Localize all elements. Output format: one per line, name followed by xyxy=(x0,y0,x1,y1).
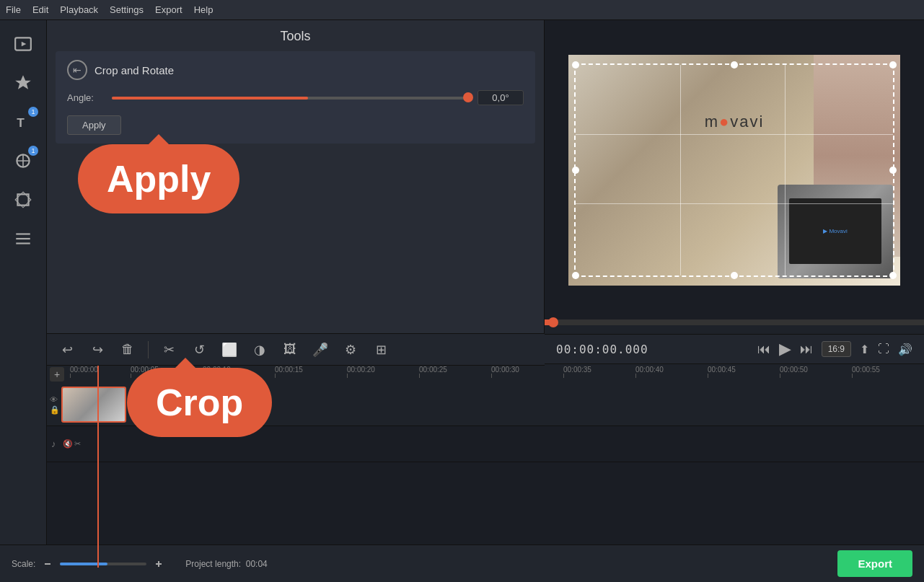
prev-frame-button[interactable]: ⏮ xyxy=(757,342,770,357)
export-button[interactable]: Export xyxy=(837,550,912,577)
audio-track-mute[interactable]: 🔇 xyxy=(63,439,73,449)
angle-label: Angle: xyxy=(67,92,103,103)
menu-file[interactable]: File xyxy=(6,4,21,15)
toolbar: ↩ ↪ 🗑 ✂ ↺ ⬜ ◑ 🖼 🎤 ⚙ ⊞ xyxy=(47,333,545,366)
crop-handle-tl[interactable] xyxy=(572,61,579,69)
tooltip-crop: Crop xyxy=(127,368,272,437)
tools-title: Tools xyxy=(47,20,544,51)
preview-progress-dot xyxy=(548,317,558,327)
angle-row: Angle: xyxy=(67,90,524,105)
back-button[interactable]: ⇤ xyxy=(67,60,87,80)
tick-25: 00:00:25 xyxy=(419,366,447,378)
crop-handle-tr[interactable] xyxy=(889,61,897,69)
preview-area: m●vavi ▶ Movavi xyxy=(545,20,924,319)
play-button[interactable]: ▶ xyxy=(779,340,791,358)
svg-rect-10 xyxy=(45,563,50,565)
add-track-button[interactable]: + xyxy=(50,367,64,382)
angle-value-input[interactable] xyxy=(478,90,524,105)
redo-button[interactable]: ↪ xyxy=(84,337,110,363)
project-length: Project length: 00:04 xyxy=(185,559,267,569)
audio-track-scissors[interactable]: ✂ xyxy=(74,439,81,449)
settings-button[interactable]: ⚙ xyxy=(338,337,364,363)
sidebar-item-transitions[interactable]: 1 xyxy=(5,143,41,179)
bottom-bar: Scale: Project length: 00:04 Export xyxy=(0,544,924,582)
scale-slider[interactable] xyxy=(60,563,146,565)
apply-button[interactable]: Apply xyxy=(67,115,121,135)
audio-button[interactable]: 🎤 xyxy=(307,337,333,363)
preview-progress-bar[interactable] xyxy=(545,319,924,325)
svg-rect-12 xyxy=(158,561,159,567)
preview-image: m●vavi ▶ Movavi xyxy=(568,55,900,286)
scale-fill xyxy=(60,563,107,565)
crop-overlay[interactable] xyxy=(574,63,894,277)
clip-thumbnail xyxy=(63,388,125,421)
video-track-controls: 👁 🔒 xyxy=(50,394,60,414)
svg-text:T: T xyxy=(17,115,25,130)
playhead[interactable] xyxy=(97,366,99,568)
tick-55: 00:00:55 xyxy=(852,366,880,378)
toolbar-separator-1 xyxy=(148,341,149,358)
svg-rect-6 xyxy=(16,233,30,234)
angle-slider-thumb xyxy=(463,92,473,102)
crop-handle-bc[interactable] xyxy=(731,272,738,279)
scale-min-icon xyxy=(43,559,53,569)
delete-button[interactable]: 🗑 xyxy=(115,337,141,363)
project-length-label: Project length: xyxy=(185,559,241,569)
aspect-ratio-display[interactable]: 16:9 xyxy=(822,341,851,357)
sidebar-item-effects[interactable] xyxy=(5,65,41,101)
preview-inner: m●vavi ▶ Movavi xyxy=(568,55,900,286)
media-button[interactable]: 🖼 xyxy=(277,337,303,363)
crop-handle-tc[interactable] xyxy=(731,61,738,69)
angle-slider[interactable] xyxy=(112,97,469,100)
menu-settings[interactable]: Settings xyxy=(110,4,144,15)
undo-button[interactable]: ↩ xyxy=(54,337,80,363)
crop-rotate-title: Crop and Rotate xyxy=(94,64,174,76)
tick-40: 00:00:40 xyxy=(635,366,664,378)
tick-35: 00:00:35 xyxy=(563,366,591,378)
scale-max-icon xyxy=(154,559,164,569)
sidebar-item-titles[interactable]: 1 T xyxy=(5,104,41,140)
svg-rect-7 xyxy=(16,238,30,239)
volume-button[interactable]: 🔊 xyxy=(898,343,912,356)
color-button[interactable]: ◑ xyxy=(247,337,273,363)
crop-rotate-panel: ⇤ Crop and Rotate Angle: Apply xyxy=(56,51,535,144)
tick-50: 00:00:50 xyxy=(780,366,808,378)
crop-button[interactable]: ⬜ xyxy=(216,337,242,363)
crop-handle-ml[interactable] xyxy=(572,167,579,174)
sidebar-item-more[interactable] xyxy=(5,221,41,257)
export-frame-button[interactable]: ⬆ xyxy=(860,343,869,356)
tick-30: 00:00:30 xyxy=(491,366,519,378)
sidebar-item-media[interactable] xyxy=(5,26,41,62)
svg-rect-8 xyxy=(16,242,30,244)
more-tools-button[interactable]: ⊞ xyxy=(368,337,394,363)
tooltip-apply: Apply xyxy=(78,144,239,213)
menu-help[interactable]: Help xyxy=(194,4,214,15)
fullscreen-button[interactable]: ⛶ xyxy=(878,343,889,356)
crop-handle-mr[interactable] xyxy=(889,167,897,174)
scale-label: Scale: xyxy=(12,559,35,569)
playback-bar: 00:00:00.000 ⏮ ▶ ⏭ 16:9 ⬆ ⛶ 🔊 xyxy=(545,334,924,364)
crop-handle-br[interactable] xyxy=(889,272,897,279)
eye-icon[interactable]: 👁 xyxy=(50,394,60,403)
project-length-value: 00:04 xyxy=(246,559,268,569)
tick-45: 00:00:45 xyxy=(708,366,736,378)
menu-export[interactable]: Export xyxy=(155,4,182,15)
timecode-display: 00:00:00.000 xyxy=(556,343,749,356)
menu-playback[interactable]: Playback xyxy=(60,4,98,15)
menu-bar: File Edit Playback Settings Export Help xyxy=(0,0,924,20)
tick-15: 00:00:15 xyxy=(275,366,303,378)
crop-rotate-header: ⇤ Crop and Rotate xyxy=(67,60,524,80)
music-icon: ♪ xyxy=(51,438,56,449)
angle-slider-fill xyxy=(112,97,308,100)
crop-handle-bl[interactable] xyxy=(572,272,579,279)
menu-edit[interactable]: Edit xyxy=(32,4,48,15)
sidebar-item-animations[interactable] xyxy=(5,182,41,218)
sidebar: 1 T 1 xyxy=(0,20,47,561)
next-frame-button[interactable]: ⏭ xyxy=(800,342,813,357)
svg-marker-1 xyxy=(22,42,27,47)
tick-0: 00:00:00 xyxy=(70,366,98,378)
lock-icon[interactable]: 🔒 xyxy=(50,405,60,414)
tick-20: 00:00:20 xyxy=(347,366,375,378)
video-clip[interactable] xyxy=(61,387,126,423)
